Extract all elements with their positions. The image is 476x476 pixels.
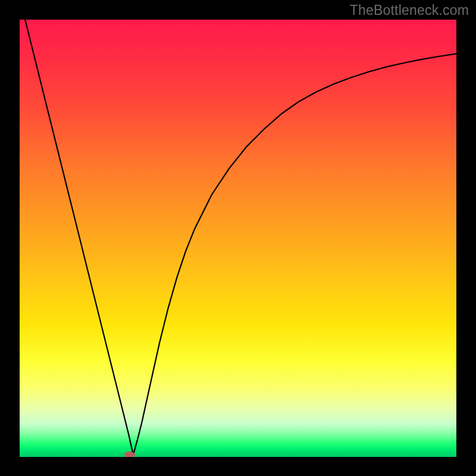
plot-area xyxy=(20,20,456,457)
bottleneck-curve xyxy=(20,20,456,455)
curve-svg xyxy=(20,20,456,457)
chart-frame: TheBottleneck.com xyxy=(0,0,476,476)
watermark-text: TheBottleneck.com xyxy=(350,2,469,18)
